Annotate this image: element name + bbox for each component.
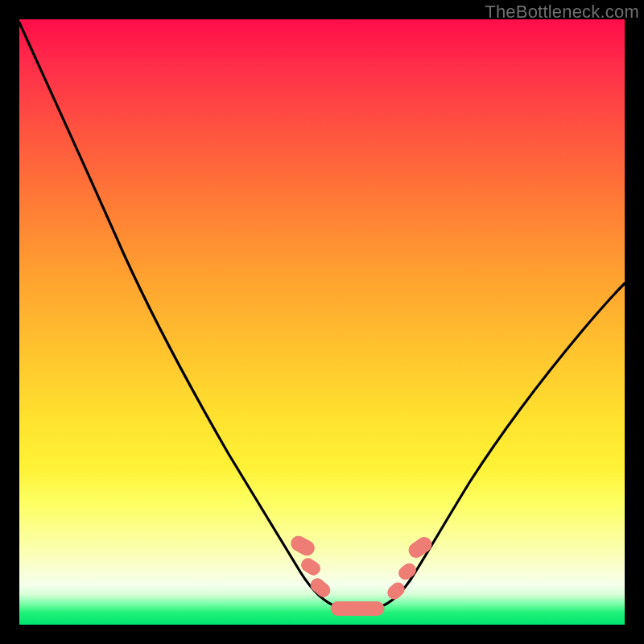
marker-bead: [308, 576, 332, 600]
marker-bead: [407, 535, 435, 560]
marker-bead: [385, 580, 407, 602]
chart-frame: TheBottleneck.com: [0, 0, 644, 644]
marker-bead: [289, 534, 317, 558]
curve-layer: [19, 19, 625, 625]
plot-area: [19, 19, 625, 625]
marker-bead: [331, 602, 384, 616]
watermark-text: TheBottleneck.com: [485, 2, 639, 23]
marker-group: [289, 534, 435, 615]
bottleneck-curve: [19, 23, 625, 610]
marker-bead: [396, 561, 418, 582]
